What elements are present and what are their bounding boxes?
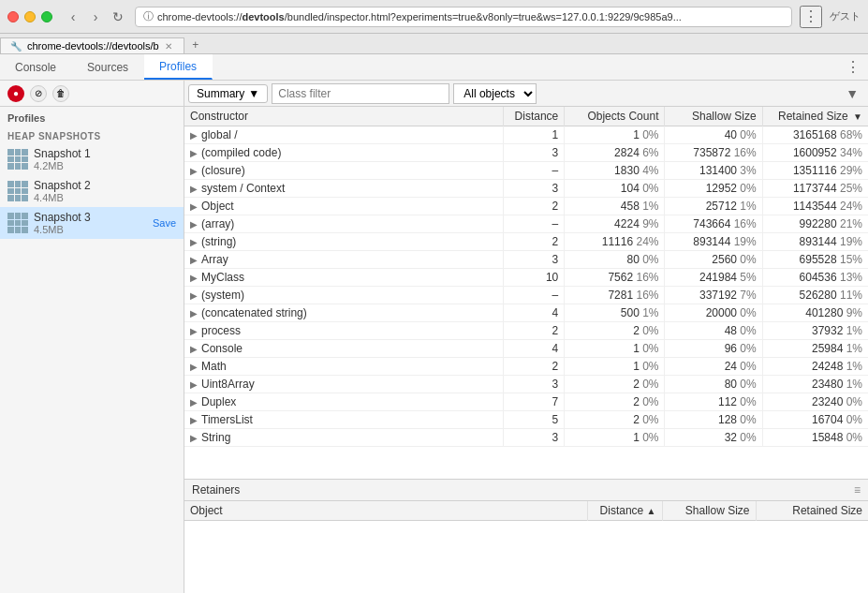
cell-constructor: ▶(string) <box>184 233 503 251</box>
cell-retained-size: 1173744 25% <box>762 180 868 198</box>
cell-constructor: ▶TimersList <box>184 411 503 429</box>
maximize-button[interactable] <box>41 11 52 22</box>
table-row[interactable]: ▶(string) 2 11116 24% 893144 19% 893144 … <box>184 233 868 251</box>
col-header-retained-size[interactable]: Retained Size ▼ <box>762 107 868 126</box>
all-objects-select[interactable]: All objects <box>453 83 537 104</box>
filter-button[interactable]: ▼ <box>840 84 864 103</box>
back-button[interactable]: ‹ <box>64 7 82 26</box>
cell-retained-size: 1351116 29% <box>762 162 868 180</box>
snapshot-icon-2 <box>7 181 28 201</box>
devtools-more-button[interactable]: ⋮ <box>838 58 868 76</box>
cell-shallow-size: 12952 0% <box>665 180 762 198</box>
snapshot-item-3[interactable]: Snapshot 3 4.5MB Save <box>0 207 184 239</box>
tab-sources[interactable]: Sources <box>72 54 144 80</box>
address-bar[interactable]: ⓘ chrome-devtools://devtools/bundled/ins… <box>135 7 792 27</box>
table-row[interactable]: ▶Array 3 80 0% 2560 0% 695528 15% <box>184 251 868 269</box>
table-row[interactable]: ▶(array) – 4224 9% 743664 16% 992280 21% <box>184 215 868 233</box>
snapshot-size-1: 4.2MB <box>34 160 91 171</box>
table-row[interactable]: ▶Uint8Array 3 2 0% 80 0% 23480 1% <box>184 376 868 393</box>
cell-constructor: ▶Console <box>184 340 503 358</box>
snapshot-item-1[interactable]: Snapshot 1 4.2MB <box>0 143 184 175</box>
table-row[interactable]: ▶(concatenated string) 4 500 1% 20000 0%… <box>184 304 868 322</box>
cell-objects-count: 2824 6% <box>565 144 665 162</box>
cell-retained-size: 992280 21% <box>762 215 868 233</box>
table-row[interactable]: ▶MyClass 10 7562 16% 241984 5% 604536 13… <box>184 269 868 287</box>
summary-dropdown-button[interactable]: Summary ▼ <box>188 84 268 103</box>
table-row[interactable]: ▶(system) – 7281 16% 337192 7% 526280 11… <box>184 287 868 304</box>
cell-retained-size: 23480 1% <box>762 376 868 393</box>
ret-col-header-shallow[interactable]: Shallow Size <box>662 501 756 521</box>
traffic-lights <box>7 11 52 22</box>
cell-objects-count: 458 1% <box>565 198 665 215</box>
cell-distance: 3 <box>503 180 565 198</box>
cell-distance: 3 <box>503 144 565 162</box>
lock-icon: ⓘ <box>143 9 154 23</box>
reload-button[interactable]: ↻ <box>109 7 127 26</box>
url-text: chrome-devtools://devtools/bundled/inspe… <box>157 11 682 22</box>
cell-retained-size: 3165168 68% <box>762 126 868 144</box>
cell-shallow-size: 32 0% <box>665 429 762 447</box>
stop-button[interactable]: ⊘ <box>30 85 47 102</box>
table-row[interactable]: ▶Math 2 1 0% 24 0% 24248 1% <box>184 358 868 376</box>
table-row[interactable]: ▶global / 1 1 0% 40 0% 3165168 68% <box>184 126 868 144</box>
sidebar-heap-snapshots-title: HEAP SNAPSHOTS <box>0 127 184 143</box>
tab-close-icon[interactable]: ✕ <box>165 41 172 52</box>
snapshot-save-button[interactable]: Save <box>153 217 176 229</box>
content-panel: Summary ▼ All objects ▼ Constructor Dist… <box>184 81 868 593</box>
cell-constructor: ▶(array) <box>184 215 503 233</box>
cell-shallow-size: 735872 16% <box>665 144 762 162</box>
table-row[interactable]: ▶system / Context 3 104 0% 12952 0% 1173… <box>184 180 868 198</box>
cell-constructor: ▶(compiled code) <box>184 144 503 162</box>
summary-dropdown-icon: ▼ <box>248 87 259 100</box>
cell-distance: 3 <box>503 251 565 269</box>
cell-retained-size: 15848 0% <box>762 429 868 447</box>
table-row[interactable]: ▶(closure) – 1830 4% 131400 3% 1351116 2… <box>184 162 868 180</box>
col-header-distance[interactable]: Distance <box>503 107 565 126</box>
table-row[interactable]: ▶(compiled code) 3 2824 6% 735872 16% 16… <box>184 144 868 162</box>
cell-shallow-size: 893144 19% <box>665 233 762 251</box>
cell-distance: – <box>503 162 565 180</box>
cell-retained-size: 604536 13% <box>762 269 868 287</box>
ret-col-header-retained[interactable]: Retained Size <box>756 501 868 521</box>
class-filter-input[interactable] <box>272 83 449 104</box>
retainers-icon: ≡ <box>854 483 861 497</box>
col-header-constructor[interactable]: Constructor <box>184 107 503 126</box>
ret-col-header-distance[interactable]: Distance ▲ <box>587 501 662 521</box>
cell-constructor: ▶MyClass <box>184 269 503 287</box>
cell-distance: 5 <box>503 411 565 429</box>
minimize-button[interactable] <box>24 11 36 22</box>
col-header-shallow-size[interactable]: Shallow Size <box>665 107 762 126</box>
browser-more-button[interactable]: ⋮ <box>800 6 822 28</box>
tab-console[interactable]: Console <box>0 54 72 80</box>
cell-shallow-size: 112 0% <box>665 393 762 411</box>
ret-col-header-object[interactable]: Object <box>184 501 587 521</box>
cell-constructor: ▶Object <box>184 198 503 215</box>
tab-profiles[interactable]: Profiles <box>144 54 213 80</box>
forward-button[interactable]: › <box>86 7 105 26</box>
cell-constructor: ▶system / Context <box>184 180 503 198</box>
cell-objects-count: 2 0% <box>565 393 665 411</box>
cell-objects-count: 2 0% <box>565 411 665 429</box>
new-tab-button[interactable]: + <box>184 37 207 53</box>
table-row[interactable]: ▶Duplex 7 2 0% 112 0% 23240 0% <box>184 393 868 411</box>
devtools-toolbar: Console Sources Profiles ⋮ <box>0 54 868 81</box>
sidebar-profiles-title: Profiles <box>0 107 184 127</box>
table-row[interactable]: ▶TimersList 5 2 0% 128 0% 16704 0% <box>184 411 868 429</box>
url-bold: devtools <box>242 11 284 22</box>
cell-objects-count: 4224 9% <box>565 215 665 233</box>
snapshot-item-2[interactable]: Snapshot 2 4.4MB <box>0 175 184 207</box>
col-header-objects-count[interactable]: Objects Count <box>565 107 665 126</box>
table-row[interactable]: ▶Object 2 458 1% 25712 1% 1143544 24% <box>184 198 868 215</box>
cell-distance: 1 <box>503 126 565 144</box>
cell-shallow-size: 2560 0% <box>665 251 762 269</box>
browser-tab[interactable]: 🔧 chrome-devtools://devtools/b ✕ <box>0 37 184 53</box>
delete-button[interactable]: 🗑 <box>52 85 69 102</box>
record-button[interactable]: ● <box>7 85 24 102</box>
table-row[interactable]: ▶String 3 1 0% 32 0% 15848 0% <box>184 429 868 447</box>
table-row[interactable]: ▶process 2 2 0% 48 0% 37932 1% <box>184 322 868 340</box>
retainers-table: Object Distance ▲ Shallow Size Retained … <box>184 501 868 521</box>
sidebar-toolbar: ● ⊘ 🗑 <box>0 81 184 107</box>
table-row[interactable]: ▶Console 4 1 0% 96 0% 25984 1% <box>184 340 868 358</box>
cell-distance: 3 <box>503 376 565 393</box>
close-button[interactable] <box>7 11 19 22</box>
